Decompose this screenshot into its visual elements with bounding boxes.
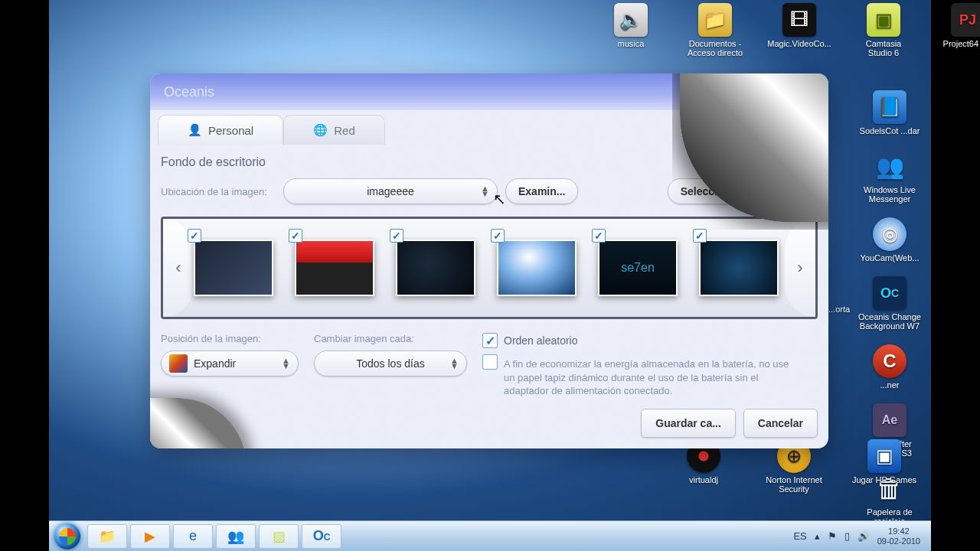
icon-label: Norton Internet Security [760, 475, 828, 494]
taskbar-notes[interactable]: ▨ [259, 524, 299, 549]
tray-lang[interactable]: ES [793, 530, 806, 542]
tab-red[interactable]: 🌐Red [283, 115, 385, 145]
desktop-icon-wlm[interactable]: 👥Windows Live Messenger [855, 149, 924, 204]
select-value: Todos los días [356, 357, 425, 370]
dialog-footer: Guardar ca... Cancelar [641, 409, 818, 438]
battery-hint: A fin de economizar la energía almacenad… [504, 357, 795, 398]
taskbar-messenger[interactable]: 👥 [216, 524, 256, 549]
icon-label: Jugar HP Games [852, 475, 916, 484]
wallpaper-thumb-4[interactable]: ✓ [497, 240, 577, 296]
desktop-icon-project64[interactable]: PJProject64 1.6 [937, 3, 980, 57]
shuffle-checkbox[interactable]: ✓ [482, 333, 498, 348]
tab-label: Personal [208, 124, 253, 137]
desktop-icon-oceanis[interactable]: OCOceanis Change Background W7 [855, 276, 924, 331]
user-icon: 👤 [188, 123, 202, 137]
tray-clock[interactable]: 19:42 09-02-2010 [877, 527, 920, 545]
wallpaper-thumb-3[interactable]: ✓ [396, 240, 475, 296]
desktop-icon-ccleaner[interactable]: C...ner [855, 344, 924, 390]
wallpaper-thumb-2[interactable]: ✓ [295, 240, 374, 296]
clock-time: 19:42 [877, 527, 920, 536]
icon-label: Camtasia Studio 6 [853, 39, 914, 57]
carousel-next[interactable]: › [785, 219, 815, 317]
icon-label: Documentos - Acceso directo [684, 39, 746, 57]
swatch-icon [169, 354, 188, 373]
bottom-controls: Posición de la imagen: Expandir ▲▼ Cambi… [150, 327, 828, 404]
network-icon[interactable]: ▯ [844, 530, 850, 542]
spinner-icon: ▲▼ [450, 358, 459, 369]
desktop-icon-magic-video[interactable]: 🎞Magic.VideoCo... [769, 3, 830, 57]
button-label: Selecci... [681, 185, 727, 197]
wallpaper-thumb-5[interactable]: ✓se7en [598, 240, 678, 296]
ie-icon: e [189, 528, 197, 544]
check-icon: ✓ [390, 229, 403, 243]
select-value: imageeee [367, 185, 414, 197]
icon-label: Oceanis Change Background W7 [855, 312, 924, 331]
clock-date: 09-02-2010 [877, 536, 920, 546]
tab-personal[interactable]: 👤Personal [158, 115, 283, 145]
wallpaper-thumb-6[interactable]: ✓ [699, 240, 779, 296]
every-select[interactable]: Todos los días ▲▼ [314, 350, 467, 377]
partial-icon-label: ...orta [828, 305, 850, 314]
icon-label: Windows Live Messenger [855, 185, 924, 204]
wallpaper-carousel: ‹ ✓ ✓ ✓ ✓ ✓se7en ✓ › [161, 217, 818, 319]
button-label: Borrar ... [760, 185, 805, 197]
check-icon: ✓ [592, 229, 606, 243]
wallpaper-thumb-1[interactable]: ✓ [194, 240, 273, 296]
battery-checkbox[interactable]: ✓ [482, 354, 498, 370]
spinner-icon: ▲▼ [481, 186, 489, 197]
desktop-icon-sodelscot[interactable]: 📘SodelsCot ...dar [855, 90, 924, 135]
desktop-icons-row: 🔈musica 📁Documentos - Acceso directo 🎞Ma… [600, 3, 980, 57]
save-button[interactable]: Guardar ca... [641, 409, 736, 438]
location-label: Ubicación de la imagen: [161, 186, 276, 197]
desktop-icon-musica[interactable]: 🔈musica [600, 3, 662, 57]
location-row: Ubicación de la imagen: imageeee ▲▼ Exam… [150, 174, 828, 209]
icon-label: Magic.VideoCo... [767, 39, 831, 48]
icon-label: YouCam(Web... [860, 253, 919, 262]
check-icon: ✓ [693, 229, 707, 243]
desktop: 🔈musica 📁Documentos - Acceso directo 🎞Ma… [49, 0, 931, 551]
location-select[interactable]: imageeee ▲▼ [283, 178, 498, 204]
desktop-icon-documentos[interactable]: 📁Documentos - Acceso directo [684, 3, 746, 57]
desktop-icon-hp-games[interactable]: ▣Jugar HP Games [850, 439, 919, 494]
taskbar-media-player[interactable]: ▶ [130, 524, 170, 549]
every-label: Cambiar imagen cada: [314, 333, 467, 344]
taskbar-oceanis[interactable]: OC [302, 524, 341, 549]
desktop-icon-camtasia[interactable]: ▣Camtasia Studio 6 [853, 3, 914, 57]
icon-label: Project64 1.6 [943, 39, 980, 48]
position-select[interactable]: Expandir ▲▼ [161, 350, 299, 377]
oceanis-dialog: Oceanis 👤Personal 🌐Red Fondo de escritor… [150, 73, 828, 448]
icon-label: ...ner [880, 380, 899, 390]
note-icon: ▨ [273, 528, 286, 545]
desktop-icon-youcam[interactable]: ◎YouCam(Web... [855, 217, 924, 262]
select-all-button[interactable]: Selecci... [668, 178, 740, 204]
icon-label: musica [618, 39, 645, 48]
taskbar-explorer[interactable]: 📁 [87, 524, 127, 549]
page-curl-bl [150, 406, 239, 448]
button-label: Guardar ca... [655, 417, 721, 429]
button-label: Cancelar [758, 417, 803, 429]
cancel-button[interactable]: Cancelar [743, 409, 818, 438]
check-icon: ✓ [491, 229, 505, 243]
select-value: Expandir [194, 357, 236, 370]
chevron-right-icon: › [797, 258, 802, 278]
chevron-up-icon[interactable]: ▴ [815, 530, 820, 542]
clear-button[interactable]: Borrar ... [747, 178, 818, 204]
tabs: 👤Personal 🌐Red [150, 115, 828, 145]
windows-orb-icon [54, 523, 80, 549]
button-label: Examin... [518, 185, 565, 197]
globe-icon: 🌐 [313, 123, 328, 137]
flag-icon[interactable]: ⚑ [828, 530, 837, 542]
check-icon: ✓ [188, 229, 201, 243]
section-title: Fondo de escritorio [150, 145, 828, 174]
browse-button[interactable]: Examin... [505, 178, 578, 204]
start-button[interactable] [49, 521, 86, 552]
chevron-left-icon: ‹ [175, 258, 181, 278]
play-icon: ▶ [145, 528, 155, 545]
dialog-title: Oceanis [150, 73, 828, 110]
taskbar-ie[interactable]: e [173, 524, 213, 549]
tab-label: Red [334, 124, 355, 137]
volume-icon[interactable]: 🔊 [858, 530, 870, 542]
check-icon: ✓ [289, 229, 302, 243]
people-icon: 👥 [227, 528, 244, 545]
icon-label: SodelsCot ...dar [860, 126, 920, 135]
